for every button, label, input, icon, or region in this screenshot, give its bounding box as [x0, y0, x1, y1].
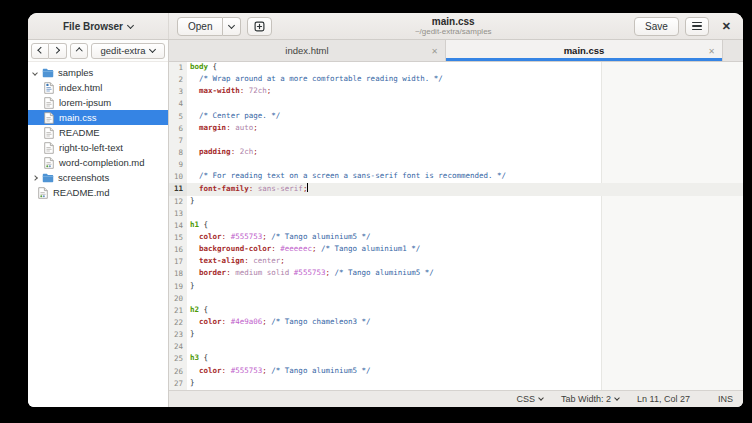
line-number: 15 [169, 232, 187, 244]
line-number: 11 [169, 183, 187, 195]
tab-index-html[interactable]: index.html✕ [169, 40, 446, 61]
code-token: } [190, 196, 195, 205]
window-close-button[interactable]: ✕ [718, 20, 735, 33]
hamburger-icon [692, 22, 702, 31]
code-token [190, 74, 199, 83]
tree-item-word-completion-md[interactable]: word-completion.md [28, 155, 168, 170]
code-line[interactable]: max-width: 72ch; [187, 86, 743, 98]
menu-button[interactable] [685, 17, 709, 36]
open-button-group: Open [177, 17, 241, 36]
code-token: #4e9a06 [231, 317, 263, 326]
code-line[interactable] [187, 208, 743, 220]
line-number: 22 [169, 317, 187, 329]
code-token: } [190, 329, 195, 338]
code-line[interactable]: /* Center page. */ [187, 111, 743, 123]
code-token: /* Tango aluminium5 */ [335, 268, 434, 277]
file-name: lorem-ipsum [59, 97, 111, 108]
save-button[interactable]: Save [634, 17, 679, 36]
file-browser-toolbar: gedit-extra [28, 40, 168, 62]
tree-item-main-css[interactable]: main.css [28, 110, 168, 125]
code-line[interactable]: color: #555753; /* Tango aluminium5 */ [187, 366, 743, 378]
code-token: /* For reading text on a screen a sans-s… [199, 171, 506, 180]
tab-close-icon[interactable]: ✕ [708, 46, 715, 55]
new-tab-button[interactable] [247, 17, 272, 36]
status-label: Ln 11, Col 27 [637, 394, 690, 404]
text-icon [43, 127, 55, 139]
tree-item-readme-md[interactable]: README.md [28, 185, 168, 200]
code-token: font-family [199, 184, 249, 193]
code-token: ; [267, 86, 272, 95]
file-name: screenshots [58, 172, 109, 183]
css-icon [43, 112, 55, 124]
code-line[interactable] [187, 98, 743, 110]
code-line[interactable]: /* Wrap around at a more comfortable rea… [187, 74, 743, 86]
tree-item-screenshots[interactable]: screenshots [28, 170, 168, 185]
code-line[interactable]: } [187, 378, 743, 390]
code-token: padding [199, 147, 231, 156]
tree-item-lorem-ipsum[interactable]: lorem-ipsum [28, 95, 168, 110]
line-number: 26 [169, 366, 187, 378]
language-selector[interactable]: CSS [517, 394, 544, 404]
code-token: { [204, 353, 209, 362]
code-token: h2 [190, 305, 199, 314]
tree-item-readme[interactable]: README [28, 125, 168, 140]
line-number: 13 [169, 208, 187, 220]
code-line[interactable]: body { [187, 62, 743, 74]
text-view[interactable]: body { /* Wrap around at a more comforta… [187, 62, 743, 390]
code-line[interactable]: /* For reading text on a screen a sans-s… [187, 171, 743, 183]
code-line[interactable]: text-align: center; [187, 256, 743, 268]
code-token: { [204, 220, 209, 229]
code-line[interactable] [187, 159, 743, 171]
expander-right-icon[interactable] [32, 175, 38, 181]
code-token [190, 232, 199, 241]
text-icon [43, 142, 55, 154]
arrow-up-icon [76, 48, 82, 54]
line-number: 7 [169, 135, 187, 147]
code-token: sans-serif [258, 184, 303, 193]
code-line[interactable]: } [187, 196, 743, 208]
line-number: 10 [169, 171, 187, 183]
open-recent-dropdown[interactable] [223, 17, 241, 36]
file-name: README [59, 127, 100, 138]
line-number: 17 [169, 256, 187, 268]
code-line[interactable]: color: #555753; /* Tango aluminium5 */ [187, 232, 743, 244]
file-browser-switcher[interactable]: File Browser [63, 21, 133, 32]
expander-down-icon[interactable] [32, 70, 38, 76]
open-button[interactable]: Open [177, 17, 223, 36]
code-line[interactable]: padding: 2ch; [187, 147, 743, 159]
code-line[interactable]: margin: auto; [187, 123, 743, 135]
location-dropdown[interactable]: gedit-extra [91, 43, 165, 59]
status-label: Tab Width: 2 [561, 394, 611, 404]
code-line[interactable]: border: medium solid #555753; /* Tango a… [187, 268, 743, 280]
tree-item-samples[interactable]: samples [28, 65, 168, 80]
code-line[interactable]: h1 { [187, 220, 743, 232]
tree-item-index-html[interactable]: index.html [28, 80, 168, 95]
forward-button[interactable] [49, 43, 67, 59]
up-button[interactable] [70, 43, 88, 59]
code-line[interactable] [187, 135, 743, 147]
tab-main-css[interactable]: main.css✕ [446, 40, 723, 61]
code-token: text-align [199, 256, 244, 265]
code-line[interactable] [187, 341, 743, 353]
tab-width-selector[interactable]: Tab Width: 2 [561, 394, 619, 404]
chevron-down-icon [614, 395, 620, 401]
code-line[interactable]: } [187, 329, 743, 341]
window-body: gedit-extra samplesindex.htmllorem-ipsum… [28, 40, 743, 407]
line-number: 2 [169, 74, 187, 86]
code-line[interactable]: h2 { [187, 305, 743, 317]
line-number: 9 [169, 159, 187, 171]
code-line[interactable]: font-family: sans-serif; [187, 183, 743, 195]
code-token: auto [235, 123, 253, 132]
code-line[interactable]: h3 { [187, 353, 743, 365]
line-number: 16 [169, 244, 187, 256]
tab-close-icon[interactable]: ✕ [431, 46, 438, 55]
code-line[interactable] [187, 293, 743, 305]
code-line[interactable]: } [187, 281, 743, 293]
back-button[interactable] [31, 43, 49, 59]
tree-item-right-to-left-text[interactable]: right-to-left-text [28, 140, 168, 155]
code-token [190, 256, 199, 265]
code-line[interactable]: background-color: #eeeeec; /* Tango alum… [187, 244, 743, 256]
status-label: INS [718, 394, 733, 404]
code-token: /* Wrap around at a more comfortable rea… [199, 74, 443, 83]
code-line[interactable]: color: #4e9a06; /* Tango chameleon3 */ [187, 317, 743, 329]
